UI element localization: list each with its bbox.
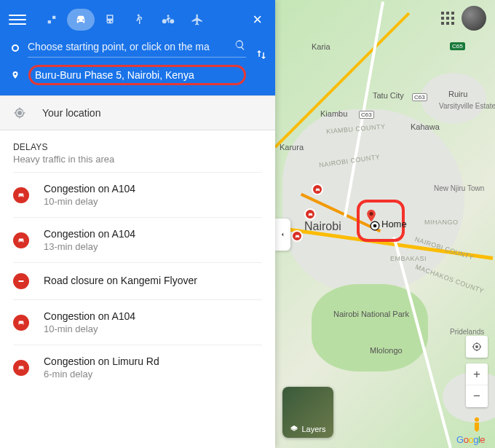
mode-walking[interactable]	[125, 9, 153, 31]
place-label: Nairobi	[304, 220, 341, 233]
place-label: Nairobi National Park	[333, 310, 409, 318]
road-shield: C63	[359, 111, 374, 119]
close-directions[interactable]: ×	[248, 10, 266, 29]
menu-button[interactable]	[9, 11, 26, 28]
layers-icon	[290, 425, 298, 433]
destination-text: Buru-Buru Phase 5, Nairobi, Kenya	[35, 69, 194, 81]
place-label: Pridelands	[450, 328, 484, 336]
your-location-label: Your location	[42, 107, 100, 119]
delay-item[interactable]: Road closure on Kangemi Flyover	[13, 262, 262, 299]
closure-icon	[13, 273, 29, 289]
svg-point-1	[370, 212, 373, 216]
place-label: Kahawa	[411, 122, 440, 131]
mode-flights[interactable]	[183, 9, 211, 31]
road-shield: C65	[450, 42, 465, 50]
place-label: EMBAKASI	[390, 255, 427, 262]
place-label: New Njiru Town	[434, 184, 484, 192]
your-location-suggestion[interactable]: Your location	[0, 95, 275, 130]
traffic-icon	[13, 315, 29, 331]
place-label: Varsityville Estate	[439, 102, 495, 110]
zoom-in-button[interactable]: +	[466, 363, 488, 385]
place-label: Karura	[280, 143, 304, 152]
traffic-incident-icon[interactable]	[291, 230, 303, 242]
delay-item[interactable]: Congestion on A10410-min delay	[13, 299, 262, 345]
delay-item[interactable]: Congestion on Limuru Rd6-min delay	[13, 345, 262, 390]
chevron-left-icon	[279, 229, 286, 240]
delay-item[interactable]: Congestion on A10410-min delay	[13, 172, 262, 217]
locate-icon	[471, 341, 483, 353]
locate-icon	[13, 106, 26, 119]
start-input[interactable]	[28, 38, 246, 58]
pegman-icon[interactable]	[468, 413, 486, 436]
traffic-icon	[13, 360, 29, 376]
swap-route-button[interactable]	[255, 48, 268, 64]
svg-rect-0	[19, 280, 24, 282]
place-label: Mlolongo	[370, 346, 403, 355]
search-icon[interactable]	[234, 39, 246, 54]
account-avatar[interactable]	[462, 6, 486, 31]
traffic-icon	[13, 187, 29, 203]
mode-cycling[interactable]	[154, 9, 182, 31]
start-marker-icon	[12, 44, 19, 52]
recenter-button[interactable]	[466, 336, 488, 358]
destination-marker-icon	[11, 69, 20, 81]
mode-transit[interactable]	[96, 9, 124, 31]
mode-best[interactable]	[38, 9, 66, 31]
traffic-icon	[13, 232, 29, 248]
place-label: Ruiru	[448, 90, 467, 98]
place-label: MACHAKOS COUNTY	[414, 263, 485, 294]
svg-point-3	[373, 224, 377, 228]
traffic-incident-icon[interactable]	[312, 184, 323, 195]
svg-point-6	[475, 417, 479, 422]
delays-heading: DELAYS	[13, 142, 262, 152]
google-apps-button[interactable]	[441, 12, 454, 25]
place-label: Kiambu	[320, 109, 347, 118]
mode-driving[interactable]	[67, 9, 95, 31]
svg-point-4	[475, 345, 478, 348]
road-shield: C63	[412, 93, 427, 101]
google-logo: Google	[456, 434, 485, 445]
delays-subheading: Heavy traffic in this area	[13, 154, 262, 165]
place-label: Karia	[312, 42, 330, 51]
home-label: Home	[381, 219, 407, 229]
destination-input[interactable]: Buru-Buru Phase 5, Nairobi, Kenya	[28, 65, 246, 85]
delay-item[interactable]: Congestion on A10413-min delay	[13, 217, 262, 262]
zoom-out-button[interactable]: −	[466, 385, 488, 407]
collapse-sidebar-button[interactable]	[275, 219, 290, 251]
place-label: MIHANGO	[424, 219, 459, 226]
home-dot-icon	[370, 221, 380, 231]
layers-button[interactable]: Layers	[282, 387, 333, 438]
traffic-incident-icon[interactable]	[304, 208, 316, 220]
map-canvas[interactable]: Karia Tatu City Ruiru Varsityville Estat…	[275, 0, 495, 448]
place-label: Tatu City	[373, 91, 404, 100]
